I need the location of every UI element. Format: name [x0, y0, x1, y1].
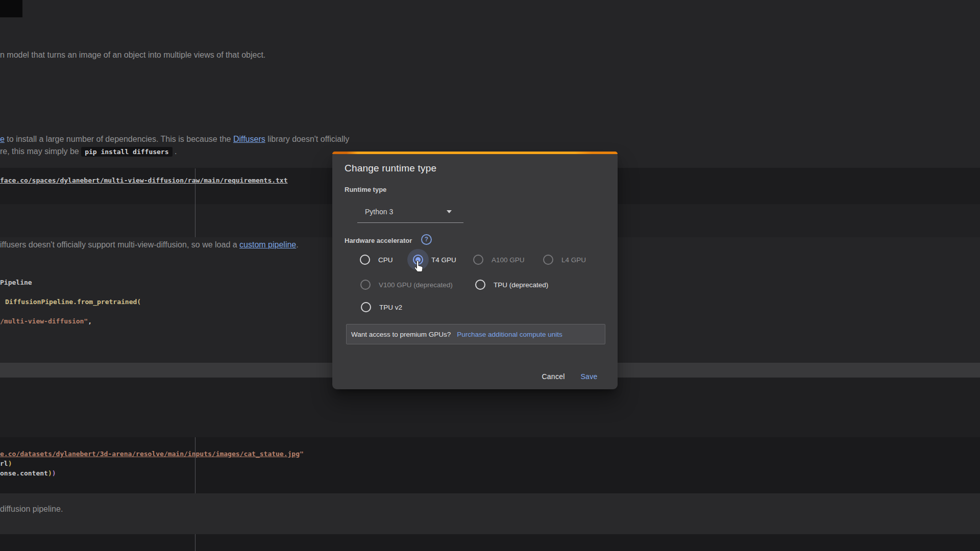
radio-circle-icon — [475, 280, 485, 290]
runtime-type-value: Python 3 — [365, 201, 393, 223]
text-band-bottom — [0, 493, 980, 534]
premium-gpu-banner: Want access to premium GPUs? Purchase ad… — [346, 324, 605, 344]
cell-divider-line-bottom — [195, 534, 195, 551]
code-line-from-pretrained: DiffusionPipeline.from_pretrained( — [5, 298, 141, 306]
code-line-mvd-string: /multi-view-diffusion", — [0, 317, 92, 325]
markdown-text-pip-install: re, this may simply be pip install diffu… — [0, 147, 177, 156]
code-line-onse-content: onse.content)) — [0, 469, 56, 477]
radio-circle-icon — [360, 280, 371, 290]
markdown-text-diffusion-pipeline: diffusion pipeline. — [0, 505, 63, 514]
cell-divider-line-middle — [195, 437, 195, 493]
colab-notebook-background: n model that turns an image of an object… — [0, 0, 980, 551]
code-line-rl: rl) — [0, 460, 12, 467]
code-cell-band-caturl — [0, 437, 980, 493]
code-line-pipeline: Pipeline — [0, 279, 32, 286]
top-left-black-corner — [0, 0, 22, 17]
requirements-url-link[interactable]: face.co/spaces/dylanebert/multi-view-dif… — [0, 177, 288, 184]
diffusers-link[interactable]: Diffusers — [233, 135, 265, 143]
radio-a100-gpu: A100 GPU — [473, 255, 525, 265]
code-line-cat-statue-url: e.co/datasets/dylanebert/3d-arena/resolv… — [0, 450, 304, 458]
custom-pipeline-link[interactable]: custom pipeline — [239, 240, 296, 249]
cursor-pointer-icon — [413, 260, 426, 274]
hardware-accelerator-label: Hardware accelerator — [345, 237, 412, 244]
radio-cpu[interactable]: CPU — [360, 255, 393, 265]
radio-circle-icon — [360, 255, 370, 265]
link-fragment[interactable]: e — [0, 135, 5, 143]
radio-tpu-v2[interactable]: TPU v2 — [361, 302, 402, 312]
chevron-down-icon — [447, 210, 452, 213]
cat-statue-url-link[interactable]: e.co/datasets/dylanebert/3d-arena/resolv… — [0, 450, 300, 458]
markdown-text-model-description: n model that turns an image of an object… — [0, 51, 265, 60]
markdown-text-custom-pipeline: iffusers doesn't officially support mult… — [0, 240, 299, 249]
radio-circle-icon — [361, 302, 371, 312]
code-requirements-url: face.co/spaces/dylanebert/multi-view-dif… — [0, 177, 288, 184]
radio-circle-icon — [543, 255, 553, 265]
dark-band-bottom — [0, 534, 980, 551]
help-icon[interactable]: ? — [421, 234, 432, 245]
dialog-title: Change runtime type — [345, 163, 436, 174]
radio-v100-gpu: V100 GPU (deprecated) — [360, 280, 453, 290]
dialog-progress-accent-bar — [332, 152, 618, 154]
dialog-actions: Cancel Save — [537, 367, 605, 386]
purchase-compute-units-link[interactable]: Purchase additional compute units — [457, 331, 562, 338]
inline-code-pip-install: pip install diffusers — [81, 147, 172, 157]
change-runtime-type-dialog: Change runtime type Runtime type Python … — [332, 152, 618, 389]
save-button[interactable]: Save — [573, 367, 605, 386]
radio-circle-icon — [473, 255, 483, 265]
runtime-type-label: Runtime type — [345, 186, 386, 193]
cancel-button[interactable]: Cancel — [537, 367, 570, 386]
runtime-type-select[interactable]: Python 3 — [357, 201, 463, 223]
radio-l4-gpu: L4 GPU — [543, 255, 586, 265]
markdown-text-dependencies: e to install a large number of dependenc… — [0, 135, 349, 144]
radio-tpu-deprecated[interactable]: TPU (deprecated) — [475, 280, 548, 290]
premium-banner-text: Want access to premium GPUs? — [351, 331, 451, 338]
